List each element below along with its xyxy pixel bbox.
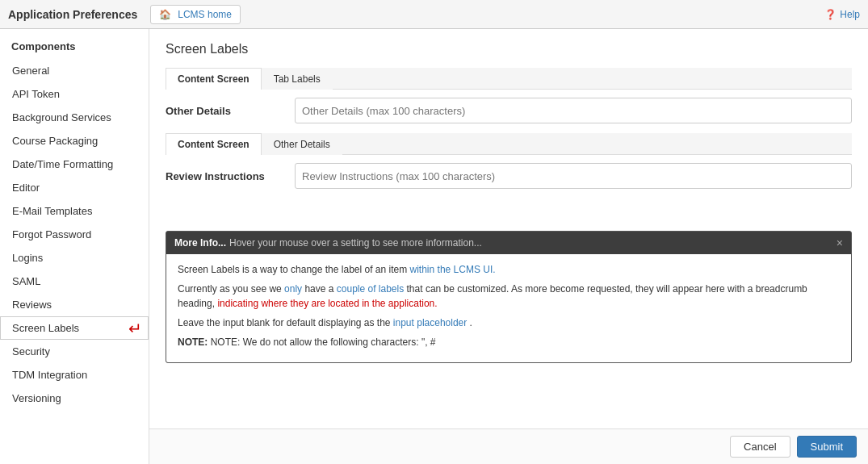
tabs-group-2: Content ScreenOther Details xyxy=(166,133,852,155)
main-content: Screen Labels Content ScreenTab Labels O… xyxy=(149,29,868,428)
other-details-row: Other Details xyxy=(166,98,852,123)
page-title: Screen Labels xyxy=(166,42,852,56)
sidebar-item-forgot-password[interactable]: Forgot Password xyxy=(0,223,149,246)
help-label: Help xyxy=(840,9,860,20)
more-info-line4: NOTE: NOTE: We do not allow the followin… xyxy=(178,335,840,349)
tab-bar-2: Content ScreenOther Details xyxy=(166,133,852,155)
help-button[interactable]: ❓ Help xyxy=(824,9,860,20)
sidebar-item-course-packaging[interactable]: Course Packaging xyxy=(0,129,149,153)
sidebar-item-tdm-integration[interactable]: TDM Integration xyxy=(0,363,149,387)
tab-content-screen[interactable]: Content Screen xyxy=(166,133,262,155)
tabs-group-1: Content ScreenTab Labels xyxy=(166,68,852,90)
sidebar-item-saml[interactable]: SAML xyxy=(0,270,149,293)
home-label: LCMS home xyxy=(178,9,232,20)
tab-bar-1: Content ScreenTab Labels xyxy=(166,68,852,90)
sidebar-item-background-services[interactable]: Background Services xyxy=(0,106,149,129)
more-info-subtitle: Hover your mouse over a setting to see m… xyxy=(229,237,482,249)
other-details-input[interactable] xyxy=(295,98,852,123)
top-bar: Application Preferences 🏠 LCMS home ❓ He… xyxy=(0,0,868,29)
tab-content-screen[interactable]: Content Screen xyxy=(166,68,262,90)
more-info-line2: Currently as you see we only have a coup… xyxy=(178,282,840,311)
review-instructions-input[interactable] xyxy=(295,163,852,189)
help-icon: ❓ xyxy=(824,9,837,20)
sidebar-heading: Components xyxy=(0,37,149,59)
sidebar-item-screen-labels[interactable]: Screen Labels xyxy=(0,316,149,340)
submit-button[interactable]: Submit xyxy=(797,436,857,458)
more-info-body: Screen Labels is a way to change the lab… xyxy=(166,254,851,362)
sidebar-item-date/time-formatting[interactable]: Date/Time Formatting xyxy=(0,153,149,176)
sidebar-item-reviews[interactable]: Reviews xyxy=(0,293,149,316)
sidebar-item-logins[interactable]: Logins xyxy=(0,246,149,270)
sidebar-item-versioning[interactable]: Versioning xyxy=(0,387,149,410)
sidebar-item-api-token[interactable]: API Token xyxy=(0,82,149,106)
more-info-bold: More Info... xyxy=(174,237,226,249)
sidebar: Components GeneralAPI TokenBackground Se… xyxy=(0,29,149,464)
more-info-close-button[interactable]: × xyxy=(837,236,843,249)
more-info-line3: Leave the input blank for default displa… xyxy=(178,316,840,330)
home-nav[interactable]: 🏠 LCMS home xyxy=(150,5,241,24)
sidebar-item-security[interactable]: Security xyxy=(0,340,149,363)
tab-tab-labels[interactable]: Tab Labels xyxy=(262,68,333,90)
app-layout: Components GeneralAPI TokenBackground Se… xyxy=(0,29,868,464)
footer: Cancel Submit xyxy=(149,428,868,464)
app-title: Application Preferences xyxy=(8,8,137,21)
other-details-label: Other Details xyxy=(166,105,295,117)
more-info-line1: Screen Labels is a way to change the lab… xyxy=(178,262,840,277)
review-instructions-row: Review Instructions xyxy=(166,163,852,189)
tab-other-details[interactable]: Other Details xyxy=(262,133,342,155)
sidebar-item-general[interactable]: General xyxy=(0,59,149,82)
sidebar-item-editor[interactable]: Editor xyxy=(0,176,149,199)
cancel-button[interactable]: Cancel xyxy=(730,436,790,458)
home-icon: 🏠 xyxy=(159,9,171,20)
review-instructions-label: Review Instructions xyxy=(166,170,295,182)
sidebar-item-e-mail-templates[interactable]: E-Mail Templates xyxy=(0,199,149,223)
more-info-panel: More Info... Hover your mouse over a set… xyxy=(166,231,852,363)
more-info-header: More Info... Hover your mouse over a set… xyxy=(166,232,851,254)
